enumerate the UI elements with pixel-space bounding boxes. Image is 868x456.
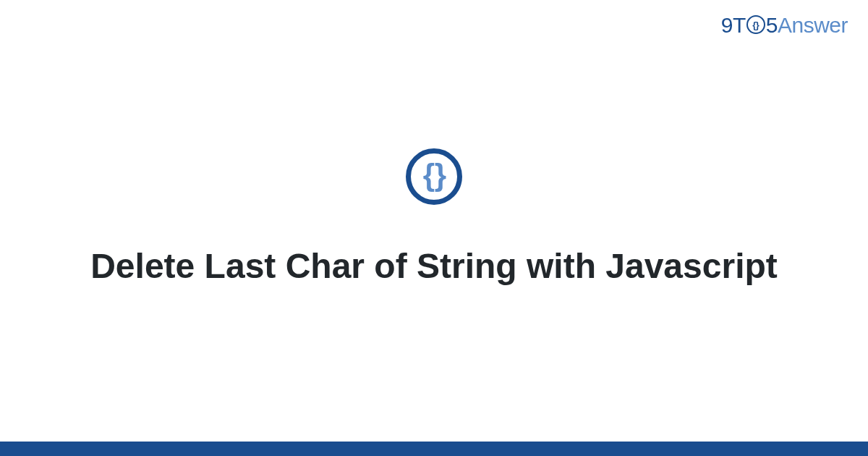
braces-symbol: { }: [423, 160, 442, 190]
main-content: { } Delete Last Char of String with Java…: [0, 0, 868, 442]
footer-accent-bar: [0, 442, 868, 456]
code-braces-icon: { }: [406, 148, 462, 205]
page-title: Delete Last Char of String with Javascri…: [90, 244, 778, 288]
